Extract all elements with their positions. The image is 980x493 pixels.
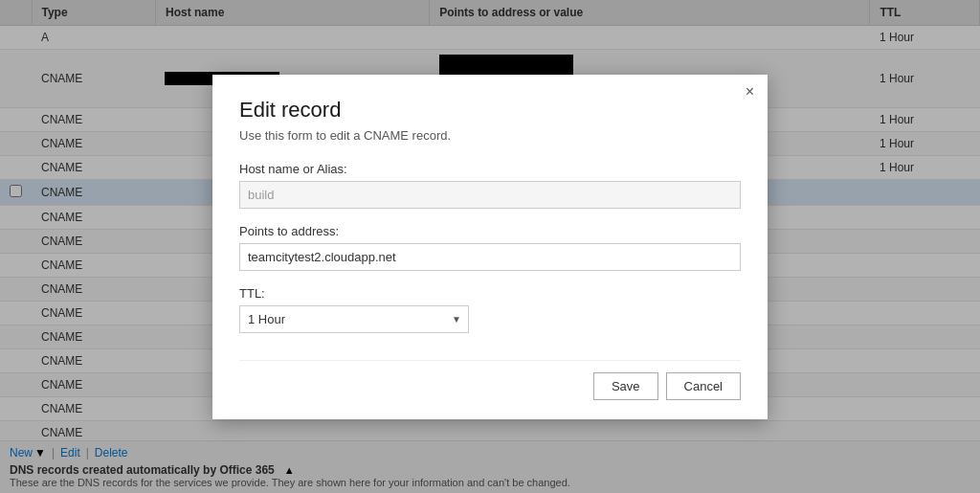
edit-record-modal: × Edit record Use this form to edit a CN… <box>212 75 768 419</box>
modal-footer: Save Cancel <box>239 360 741 400</box>
ttl-group: TTL: 1 Hour30 Minutes1 Day1 Week <box>239 286 741 333</box>
host-name-input[interactable] <box>239 181 741 209</box>
ttl-label: TTL: <box>239 286 741 301</box>
ttl-select[interactable]: 1 Hour30 Minutes1 Day1 Week <box>239 305 469 333</box>
ttl-select-wrapper: 1 Hour30 Minutes1 Day1 Week <box>239 305 469 333</box>
modal-close-button[interactable]: × <box>746 84 754 100</box>
host-name-group: Host name or Alias: <box>239 162 741 209</box>
modal-overlay: × Edit record Use this form to edit a CN… <box>0 0 980 493</box>
points-to-label: Points to address: <box>239 224 741 238</box>
cancel-button[interactable]: Cancel <box>666 372 741 400</box>
points-to-input[interactable] <box>239 243 741 271</box>
save-button[interactable]: Save <box>593 372 658 400</box>
modal-subtitle: Use this form to edit a CNAME record. <box>239 128 741 143</box>
modal-title: Edit record <box>239 98 741 123</box>
points-to-group: Points to address: <box>239 224 741 271</box>
host-name-label: Host name or Alias: <box>239 162 741 176</box>
